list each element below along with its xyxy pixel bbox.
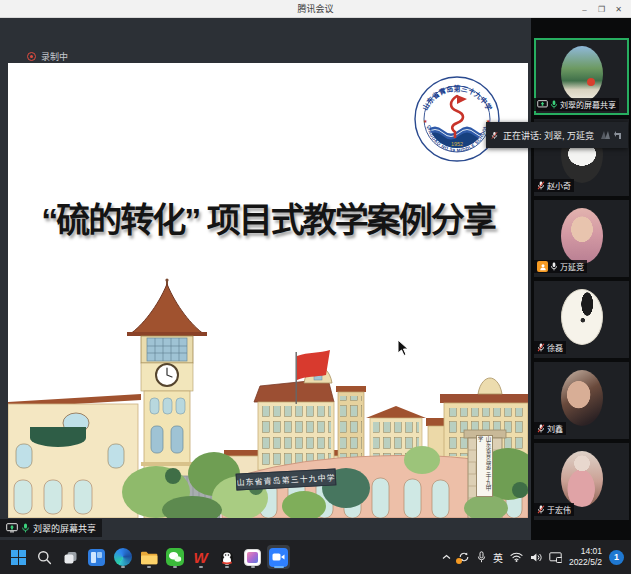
ime-indicator[interactable]: 英	[493, 550, 503, 565]
school-pillar-sign: 山东省青岛第三十九中学	[476, 435, 493, 497]
avatar	[561, 289, 603, 345]
close-button[interactable]: ✕	[610, 0, 627, 18]
clock-time: 14:01	[581, 546, 602, 556]
avatar	[561, 208, 603, 264]
logo-year: 1952	[451, 141, 463, 147]
speaking-toast[interactable]: 正在讲话: 刘翠, 万延竞	[486, 122, 628, 148]
host-badge-icon	[537, 261, 548, 272]
participant-tile-wanyanjing[interactable]: 万延竞	[534, 200, 629, 277]
mic-muted-icon	[537, 181, 545, 190]
meeting-window: 腾讯会议 – ❐ ✕ 录制中	[0, 0, 631, 574]
participant-name: 刘鑫	[547, 423, 563, 434]
recording-label: 录制中	[41, 50, 68, 63]
presentation-slide: 山东省青岛第三十九中学 ★ ★ 1952 QINGDAO NO.39 MIDDL…	[8, 63, 528, 518]
system-tray: 英 14:01 2022/5/2 1	[442, 546, 631, 568]
participant-name: 于宏伟	[547, 504, 571, 515]
participant-label: 刘翠的屏幕共享	[534, 98, 619, 111]
clock-date: 2022/5/2	[569, 557, 602, 567]
window-controls: – ❐ ✕	[576, 0, 627, 18]
participant-tile-yuhongwei[interactable]: 于宏伟	[534, 443, 629, 520]
participant-label: 刘鑫	[534, 422, 566, 435]
participant-name: 徐磊	[547, 342, 563, 353]
participant-tile-liuxin[interactable]: 刘鑫	[534, 362, 629, 439]
participant-label: 万延竞	[534, 260, 587, 273]
meeting-app-area: 录制中 山东省青岛第三十九中学 ★ ★	[0, 18, 631, 540]
notification-badge[interactable]: 1	[609, 550, 624, 565]
mic-muted-icon	[537, 505, 545, 514]
mic-on-icon	[550, 100, 558, 109]
participant-label: 于宏伟	[534, 503, 574, 516]
mic-on-icon	[550, 262, 558, 271]
logo-star-left: ★	[423, 118, 428, 124]
avatar	[561, 451, 603, 507]
avatar	[561, 46, 603, 102]
participant-name: 万延竞	[560, 261, 584, 272]
participant-name: 刘翠的屏幕共享	[560, 99, 616, 110]
mic-muted-icon	[537, 343, 545, 352]
mic-muted-icon	[491, 130, 498, 141]
titlebar: 腾讯会议 – ❐ ✕	[0, 0, 631, 18]
participant-label: 徐磊	[534, 341, 566, 354]
screen-share-icon	[6, 523, 18, 533]
record-icon	[27, 52, 36, 61]
qq-icon[interactable]	[215, 545, 238, 569]
window-title: 腾讯会议	[297, 2, 333, 15]
update-sync-icon[interactable]	[458, 551, 470, 563]
participant-name: 赵小奇	[547, 180, 571, 191]
widgets-icon[interactable]	[85, 545, 108, 569]
slide-title: “硫的转化” 项目式教学案例分享	[8, 193, 528, 242]
wechat-icon[interactable]	[163, 545, 186, 569]
tencent-meeting-icon[interactable]	[267, 545, 290, 569]
wps-icon[interactable]: W	[189, 545, 212, 569]
speaking-toast-text: 正在讲话: 刘翠, 万延竞	[503, 129, 594, 142]
mic-on-icon	[21, 523, 30, 533]
toast-decor-icons	[599, 129, 623, 141]
taskbar-apps: W	[0, 545, 290, 569]
shared-screen-area: 录制中 山东省青岛第三十九中学 ★ ★	[0, 18, 531, 540]
speaker-icon[interactable]	[530, 552, 542, 563]
screen-share-icon	[537, 100, 548, 109]
avatar	[561, 370, 603, 426]
microphone-icon[interactable]	[477, 551, 486, 563]
mic-muted-icon	[537, 424, 545, 433]
restore-button[interactable]: ❐	[593, 0, 610, 18]
minimize-button[interactable]: –	[576, 0, 593, 18]
windows-start-icon[interactable]	[7, 545, 30, 569]
participant-tile-liucui-share[interactable]: 刘翠的屏幕共享	[534, 38, 629, 115]
cast-icon[interactable]	[549, 552, 562, 563]
participant-label: 赵小奇	[534, 179, 574, 192]
taskbar-clock[interactable]: 14:01 2022/5/2	[569, 546, 602, 568]
search-icon[interactable]	[33, 545, 56, 569]
presenter-chip-label: 刘翠的屏幕共享	[33, 522, 96, 535]
chevron-up-icon[interactable]	[442, 554, 451, 560]
windows-taskbar: W 英	[0, 540, 631, 574]
participant-tile-xulei[interactable]: 徐磊	[534, 281, 629, 358]
mouse-cursor	[397, 339, 409, 357]
task-view-icon[interactable]	[59, 545, 82, 569]
recording-indicator: 录制中	[27, 50, 68, 63]
participants-sidebar: 刘翠的屏幕共享 赵小奇	[531, 18, 631, 540]
school-logo: 山东省青岛第三十九中学 ★ ★ 1952 QINGDAO NO.39 MIDDL…	[414, 76, 500, 162]
file-explorer-icon[interactable]	[137, 545, 160, 569]
wifi-icon[interactable]	[510, 552, 523, 562]
photos-app-icon[interactable]	[241, 545, 264, 569]
presenter-chip: 刘翠的屏幕共享	[0, 519, 102, 537]
edge-browser-icon[interactable]	[111, 545, 134, 569]
